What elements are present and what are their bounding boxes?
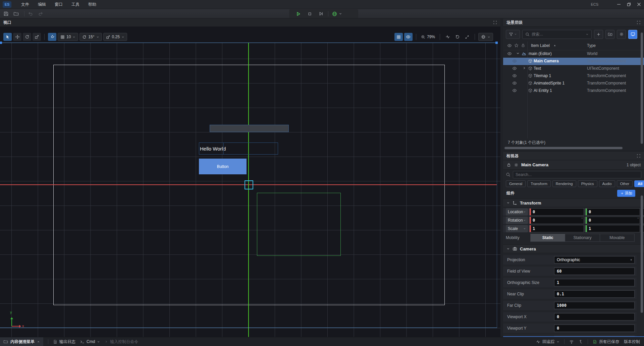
show-grid-toggle[interactable] [394,33,403,41]
tab-rendering[interactable]: Rendering [552,180,576,187]
zoom-level-control[interactable]: 79% [420,35,436,39]
tab-transform[interactable]: Transform [527,180,551,187]
stats-button[interactable] [443,33,452,41]
hierarchy-row-animatedsprite[interactable]: AnimatedSprite 1 TransformComponent [503,80,644,87]
scale-y-field[interactable] [585,225,640,232]
visibility-eye-icon[interactable] [512,81,517,85]
hierarchy-column-header[interactable]: Item Label Type [503,42,644,50]
step-button[interactable] [315,10,327,18]
move-tool-button[interactable] [13,33,21,41]
reset-view-button[interactable] [453,33,462,41]
item-label-column[interactable]: Item Label [531,43,550,48]
bounds-handle-right[interactable] [495,42,498,44]
visibility-eye-icon[interactable] [512,73,517,78]
tab-audio[interactable]: Audio [599,180,615,187]
select-tool-button[interactable] [3,33,12,41]
app-logo[interactable]: ES [3,1,11,8]
add-folder-button[interactable] [605,30,614,39]
play-button[interactable] [292,10,304,18]
rotation-y-field[interactable]: ° [585,217,640,224]
expand-chevron-icon[interactable] [522,66,526,70]
console-command-input[interactable]: 输入控制台命令 [105,339,138,345]
network-status[interactable] [569,339,574,344]
tab-physics[interactable]: Physics [578,180,597,187]
scale-tool-button[interactable] [33,33,41,41]
connector-status[interactable] [579,340,583,344]
hierarchy-row-text[interactable]: Text UITextComponent [503,65,644,72]
filter-dropdown[interactable] [506,30,520,39]
menu-tools[interactable]: 工具 [67,0,84,9]
mobility-movable-option[interactable]: Movable [600,234,634,241]
view-mode-dropdown[interactable] [478,33,493,41]
grid-snap-dropdown[interactable]: 10 [58,33,78,41]
add-component-button[interactable]: ＋ 添加 [617,190,635,197]
trace-dropdown[interactable]: 回追踪 [536,339,559,345]
rotation-dropdown[interactable]: Rotation [506,217,528,224]
scene-canvas[interactable]: Hello World Button y x [0,27,500,337]
visibility-eye-icon[interactable] [512,66,517,71]
bounds-handle-left[interactable] [0,42,2,44]
runtime-view-button[interactable] [628,30,637,39]
add-entity-button[interactable] [594,30,603,39]
mobility-static-option[interactable]: Static [531,234,565,241]
expand-panel-icon[interactable] [493,20,497,24]
selection-gizmo[interactable] [245,180,253,189]
content-drawer-button[interactable]: 内容侧滑菜单 [0,337,43,346]
type-column[interactable]: Type [587,43,596,48]
save-status[interactable]: 所有已保存 [593,339,619,345]
scale-dropdown[interactable]: Scale [506,225,528,232]
visibility-toggle[interactable] [404,33,413,41]
camera-section-header[interactable]: Camera [503,244,644,253]
scale-x-field[interactable] [529,225,584,232]
orthographic-size-field[interactable] [554,279,635,286]
near-clip-field[interactable] [554,290,635,298]
canvas-button-widget[interactable]: Button [199,159,247,174]
gear-icon[interactable] [514,163,519,167]
rotate-snap-dropdown[interactable]: 15° [79,33,102,41]
visibility-eye-icon[interactable] [507,51,512,56]
version-control-button[interactable]: 版本控制 [624,339,640,345]
undo-icon[interactable] [28,11,33,16]
location-y-field[interactable] [585,208,640,216]
output-log-button[interactable]: 输出日志 [53,339,75,345]
mobility-stationary-option[interactable]: Stationary [565,234,600,241]
hierarchy-row-ai-entity[interactable]: AI Entity 1 TransformComponent [503,87,644,95]
open-folder-icon[interactable] [13,11,19,16]
tab-other[interactable]: Other [617,180,633,187]
hierarchy-settings-button[interactable] [617,30,626,39]
visibility-eye-icon[interactable] [512,88,517,93]
slider-widget[interactable] [210,125,289,132]
menu-help[interactable]: 帮助 [84,0,101,9]
snap-toggle-button[interactable] [48,33,56,41]
inspector-vertical-scrollbar[interactable] [641,195,643,313]
expand-panel-icon[interactable] [637,154,641,158]
collapse-chevron-icon[interactable] [516,51,520,55]
hierarchy-search[interactable] [522,30,592,39]
text-widget[interactable]: Hello World [199,142,278,155]
hierarchy-horizontal-scrollbar[interactable] [503,147,644,150]
inspector-search[interactable] [513,171,641,178]
close-button[interactable] [634,0,644,9]
rotate-tool-button[interactable] [23,33,31,41]
projection-dropdown[interactable]: Orthographic ▾ [554,256,635,264]
scale-snap-dropdown[interactable]: 0.25 [103,33,127,41]
cmd-dropdown[interactable]: Cmd [80,339,100,344]
visibility-eye-icon[interactable] [512,59,517,63]
viewport-x-field[interactable] [554,313,635,321]
inspector-search-input[interactable] [516,172,639,177]
menu-edit[interactable]: 编辑 [34,0,50,9]
hierarchy-search-input[interactable] [532,32,584,37]
location-x-field[interactable] [529,208,584,216]
minimize-button[interactable] [614,0,624,9]
hierarchy-row-tilemap[interactable]: Tilemap 1 TransformComponent [503,72,644,80]
fullscreen-button[interactable] [463,33,471,41]
tab-all[interactable]: All [634,180,644,187]
transform-section-header[interactable]: Transform [503,198,644,207]
lock-icon[interactable] [506,163,511,167]
restore-button[interactable] [624,0,634,9]
tab-general[interactable]: General [506,180,526,187]
expand-panel-icon[interactable] [637,20,641,24]
hierarchy-vertical-scrollbar[interactable] [641,33,643,144]
rotation-x-field[interactable]: ° [529,217,584,224]
save-icon[interactable] [3,11,9,16]
